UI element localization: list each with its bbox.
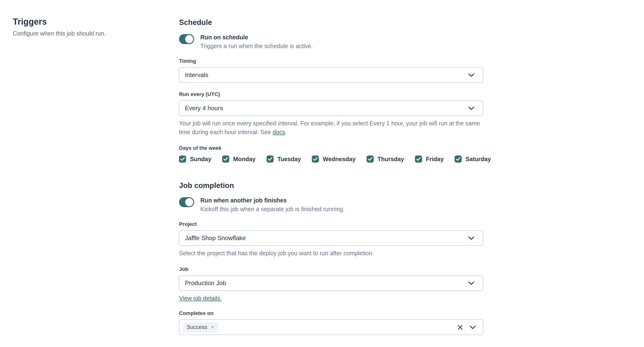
day-checkbox-monday[interactable]: Monday [222,155,255,163]
help-text-body: Your job will run once every specified i… [179,120,480,135]
project-select-value: Jaffle Shop Snowflake [185,234,246,242]
completes-on-label: Completes on [179,310,483,317]
completes-on-multiselect[interactable]: Success ✕ [179,320,483,335]
checkbox-checked-icon[interactable] [222,155,229,163]
days-of-week-label: Days of the week [179,145,483,151]
timing-label: Timing [179,58,483,64]
run-on-schedule-toggle[interactable] [179,34,194,44]
run-on-schedule-text: Run on schedule Triggers a run when the … [200,34,313,49]
clear-all-icon[interactable] [458,325,463,330]
checkbox-checked-icon[interactable] [366,155,374,163]
project-help-text: Select the project that has the deploy j… [179,249,483,258]
run-when-job-finishes-row: Run when another job finishes Kickoff th… [179,197,483,213]
docs-link[interactable]: docs [273,129,285,135]
checkbox-checked-icon[interactable] [415,155,422,163]
toggle-knob [185,35,193,43]
chevron-down-icon[interactable] [468,106,474,110]
chevron-down-icon[interactable] [468,281,474,285]
day-checkbox-friday[interactable]: Friday [415,155,444,163]
timing-select[interactable]: Intervals [179,67,483,83]
toggle-knob [185,198,193,206]
help-text-suffix: . [285,129,287,135]
run-every-select[interactable]: Every 4 hours [179,100,483,116]
job-label: Job [179,266,483,272]
multiselect-actions [458,325,476,330]
day-checkbox-sunday[interactable]: Sunday [179,155,211,163]
job-select-value: Production Job [185,280,226,287]
page-title: Triggers [13,16,146,27]
triggers-panel-header: Triggers Configure when this job should … [13,16,146,37]
page-subtitle: Configure when this job should run. [13,29,146,37]
day-label: Sunday [190,156,211,163]
view-job-details-link[interactable]: View job details. [179,295,222,302]
chevron-down-icon[interactable] [470,326,476,329]
run-on-schedule-label: Run on schedule [200,34,313,41]
run-when-job-finishes-text: Run when another job finishes Kickoff th… [200,197,344,213]
checkbox-checked-icon[interactable] [454,155,462,163]
day-checkbox-tuesday[interactable]: Tuesday [266,155,301,163]
days-of-week-row: Sunday Monday Tuesday Wednesday Thursday… [179,155,483,163]
day-label: Monday [233,156,255,163]
run-every-label: Run every (UTC) [179,91,483,97]
schedule-section-heading: Schedule [179,18,483,27]
run-every-select-value: Every 4 hours [185,104,223,112]
triggers-form: Schedule Run on schedule Triggers a run … [179,18,483,335]
run-on-schedule-row: Run on schedule Triggers a run when the … [179,34,483,49]
checkbox-checked-icon[interactable] [266,155,274,163]
run-every-help-text: Your job will run once every specified i… [179,119,483,136]
run-when-job-finishes-toggle[interactable] [179,197,194,207]
day-label: Thursday [378,156,404,163]
tag-label: Success [186,324,207,331]
run-when-job-finishes-label: Run when another job finishes [200,197,344,204]
tag-remove-icon[interactable]: ✕ [210,325,214,330]
day-checkbox-wednesday[interactable]: Wednesday [312,155,356,163]
checkbox-checked-icon[interactable] [179,155,186,163]
timing-select-value: Intervals [185,71,208,79]
chevron-down-icon[interactable] [468,73,474,77]
chevron-down-icon[interactable] [468,236,474,240]
day-label: Saturday [466,156,491,163]
job-select[interactable]: Production Job [179,275,483,291]
run-on-schedule-description: Triggers a run when the schedule is acti… [200,42,313,49]
run-when-job-finishes-description: Kickoff this job when a separate job is … [200,206,344,213]
completes-on-tag-success: Success ✕ [183,322,218,333]
project-select[interactable]: Jaffle Shop Snowflake [179,230,483,246]
day-label: Friday [426,156,444,163]
project-label: Project [179,221,483,227]
day-checkbox-saturday[interactable]: Saturday [454,155,491,163]
day-label: Wednesday [323,156,356,163]
day-checkbox-thursday[interactable]: Thursday [366,155,404,163]
day-label: Tuesday [278,156,301,163]
checkbox-checked-icon[interactable] [312,155,319,163]
job-completion-section-heading: Job completion [179,181,483,190]
